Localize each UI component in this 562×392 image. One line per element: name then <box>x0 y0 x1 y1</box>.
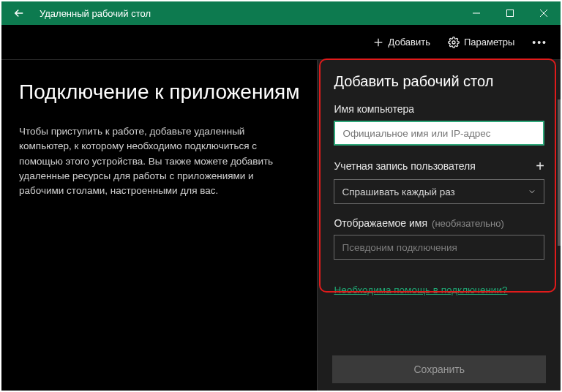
minimize-button[interactable] <box>460 1 493 25</box>
scrollbar[interactable] <box>558 99 561 246</box>
page-heading: Подключение к приложениям <box>19 80 299 104</box>
settings-label: Параметры <box>464 37 514 48</box>
titlebar: Удаленный рабочий стол <box>1 1 561 25</box>
main-area: Подключение к приложениям Чтобы приступи… <box>1 60 317 391</box>
toolbar: Добавить Параметры ••• <box>1 25 561 60</box>
add-label: Добавить <box>389 37 430 48</box>
account-value: Спрашивать каждый раз <box>342 186 454 197</box>
more-button[interactable]: ••• <box>525 37 555 48</box>
chevron-down-icon <box>528 187 536 196</box>
computer-name-label: Имя компьютера <box>334 103 544 115</box>
computer-name-input[interactable] <box>334 121 544 146</box>
back-button[interactable] <box>1 1 37 25</box>
account-select[interactable]: Спрашивать каждый раз <box>334 179 544 204</box>
maximize-button[interactable] <box>493 1 527 25</box>
svg-point-6 <box>452 41 455 44</box>
display-name-label: Отображаемое имя <box>334 217 427 229</box>
display-name-input[interactable] <box>334 235 544 260</box>
add-account-button[interactable]: + <box>536 159 544 173</box>
panel-title: Добавить рабочий стол <box>334 73 544 90</box>
window-title: Удаленный рабочий стол <box>37 8 460 19</box>
page-body: Чтобы приступить к работе, добавьте удал… <box>19 124 297 198</box>
add-button[interactable]: Добавить <box>365 32 438 53</box>
account-label: Учетная запись пользователя <box>334 160 475 172</box>
svg-rect-1 <box>507 10 514 17</box>
save-button[interactable]: Сохранить <box>332 355 546 383</box>
settings-button[interactable]: Параметры <box>441 32 522 53</box>
display-optional: (необязательно) <box>432 218 504 229</box>
add-desktop-panel: Добавить рабочий стол Имя компьютера Уче… <box>317 60 561 391</box>
close-button[interactable] <box>527 1 561 25</box>
help-link[interactable]: Необходима помощь в подключении? <box>334 284 544 295</box>
